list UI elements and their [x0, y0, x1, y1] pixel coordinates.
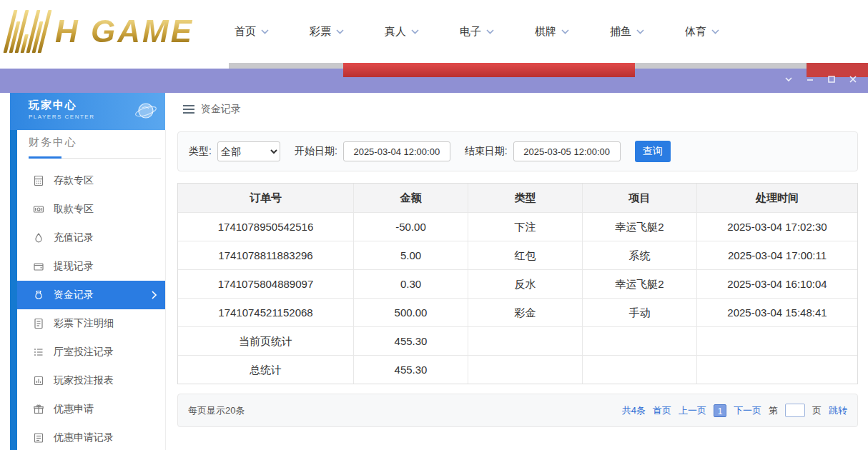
divider-accent	[29, 156, 61, 159]
table-cell: 1741078811883296	[178, 241, 354, 269]
table-cell	[697, 355, 857, 384]
droplet-icon	[33, 232, 44, 244]
sidebar-item-promo-apply[interactable]: 优惠申请	[17, 395, 165, 424]
sidebar-item-deposit-zone[interactable]: 存款专区	[17, 166, 165, 195]
filter-bar: 类型: 全部 开始日期: 结束日期: 查询	[177, 131, 858, 171]
chevron-down-icon	[486, 29, 494, 34]
table-cell: 0.30	[354, 269, 468, 298]
nav-item-home[interactable]: 首页	[235, 25, 269, 39]
jump-label-pre: 第	[769, 404, 778, 417]
minimize-icon[interactable]	[805, 74, 815, 84]
table-cell: 下注	[468, 212, 583, 241]
main-panel: 资金记录 类型: 全部 开始日期: 结束日期: 查询 订单号 金额 类型 项目	[166, 93, 868, 450]
header-cell: 类型	[468, 184, 583, 212]
table-cell	[468, 355, 583, 384]
screen: H GAME 首页 彩票 真人 电子 棋牌	[0, 0, 868, 450]
sidebar-item-recharge-records[interactable]: 充值记录	[17, 224, 165, 252]
calculator-icon	[33, 175, 44, 186]
table-cell	[583, 355, 697, 384]
sidebar-menu: 存款专区 取款专区 充值记录 提现记录	[17, 166, 165, 450]
maximize-icon[interactable]	[827, 74, 837, 84]
current-page[interactable]: 1	[714, 404, 726, 417]
table-cell: 2025-03-04 17:02:30	[697, 212, 857, 241]
page-fragment	[229, 63, 343, 69]
first-page-link[interactable]: 首页	[653, 404, 671, 417]
table-cell: 1741075804889097	[178, 269, 354, 298]
header-cell: 订单号	[178, 184, 354, 212]
sidebar-item-lottery-bet-details[interactable]: 彩票下注明细	[17, 309, 165, 338]
start-date-input[interactable]	[343, 141, 450, 161]
type-select[interactable]: 全部	[217, 141, 280, 161]
table-cell: 红包	[468, 241, 583, 269]
sidebar-item-withdraw-zone[interactable]: 取款专区	[17, 195, 165, 224]
table-row-grand-total: 总统计 455.30	[178, 355, 857, 384]
window-controls	[784, 74, 858, 84]
sidebar-item-player-bet-report[interactable]: 玩家投注报表	[17, 366, 165, 395]
chevron-down-icon	[711, 29, 719, 34]
table-row: 1741075804889097 0.30 反水 幸运飞艇2 2025-03-0…	[178, 269, 857, 298]
sidebar-item-promo-apply-records[interactable]: 优惠申请记录	[17, 424, 165, 450]
cash-hand-icon	[33, 204, 44, 215]
header-cell: 金额	[354, 184, 468, 212]
table-row-page-total: 当前页统计 455.30	[178, 326, 857, 355]
jump-page-input[interactable]	[785, 404, 805, 417]
table-cell: 2025-03-04 15:48:41	[697, 298, 857, 326]
query-button[interactable]: 查询	[635, 141, 671, 162]
sidebar-section-title: 财务中心	[29, 136, 77, 149]
prev-page-link[interactable]: 上一页	[679, 404, 706, 417]
page-size-text: 每页显示20条	[188, 404, 245, 417]
table-cell: 总统计	[178, 355, 354, 384]
table-cell: 系统	[583, 241, 697, 269]
table-cell: 幸运飞艇2	[583, 212, 697, 241]
total-count: 共4条	[622, 404, 646, 417]
table-cell: 当前页统计	[178, 326, 354, 355]
sidebar-item-hall-bet-records[interactable]: 厅室投注记录	[17, 338, 165, 366]
records-icon	[33, 432, 44, 444]
top-header: H GAME 首页 彩票 真人 电子 棋牌	[0, 0, 868, 63]
jump-go-link[interactable]: 跳转	[829, 404, 847, 417]
nav-item-lottery[interactable]: 彩票	[310, 25, 344, 39]
pagination-controls: 共4条 首页 上一页 1 下一页 第 页 跳转	[622, 404, 847, 417]
table-cell: 反水	[468, 269, 583, 298]
nav-item-board-games[interactable]: 棋牌	[535, 25, 569, 39]
table-cell: 2025-03-04 17:00:11	[697, 241, 857, 269]
table-cell: 1741074521152068	[178, 298, 354, 326]
jump-label-post: 页	[812, 404, 822, 417]
report-chart-icon	[33, 375, 44, 386]
chevron-down-icon	[261, 29, 269, 34]
menu-toggle-icon[interactable]	[183, 105, 194, 114]
table-cell: 彩金	[468, 298, 583, 326]
table-cell: 幸运飞艇2	[583, 269, 697, 298]
end-date-label: 结束日期:	[465, 145, 508, 158]
table-cell: 2025-03-04 16:10:04	[697, 269, 857, 298]
sidebar-item-funds-records[interactable]: 资金记录	[17, 281, 165, 309]
nav-item-electronic[interactable]: 电子	[460, 25, 494, 39]
table-cell: 500.00	[354, 298, 468, 326]
pagination-bar: 每页显示20条 共4条 首页 上一页 1 下一页 第 页 跳转	[177, 394, 858, 427]
chevron-down-icon	[336, 29, 344, 34]
collapse-icon[interactable]	[784, 74, 794, 84]
sidebar-header: 玩家中心 PLAYERS CENTER	[10, 93, 165, 130]
table-cell: 455.30	[354, 355, 468, 384]
nav-item-fishing[interactable]: 捕鱼	[610, 25, 644, 39]
site-logo[interactable]: H GAME	[9, 9, 194, 54]
table-row: 1741078950542516 -50.00 下注 幸运飞艇2 2025-03…	[178, 212, 857, 241]
breadcrumb: 资金记录	[183, 103, 241, 116]
table-cell: 1741078950542516	[178, 212, 354, 241]
chevron-down-icon	[636, 29, 644, 34]
money-bag-icon	[33, 289, 44, 301]
player-center-window: 玩家中心 PLAYERS CENTER 财务中心 存款专区	[10, 93, 868, 450]
table-cell: 手动	[583, 298, 697, 326]
globe-icon	[134, 99, 158, 124]
close-icon[interactable]	[848, 74, 858, 84]
sidebar-item-withdrawal-records[interactable]: 提现记录	[17, 252, 165, 281]
table-cell	[583, 326, 697, 355]
nav-item-live[interactable]: 真人	[385, 25, 419, 39]
table-header-row: 订单号 金额 类型 项目 处理时间	[178, 184, 857, 212]
page-fragment	[635, 63, 807, 69]
type-label: 类型:	[189, 145, 212, 158]
next-page-link[interactable]: 下一页	[734, 404, 761, 417]
list-icon	[33, 346, 44, 358]
end-date-input[interactable]	[513, 141, 621, 161]
nav-item-sports[interactable]: 体育	[685, 25, 719, 39]
